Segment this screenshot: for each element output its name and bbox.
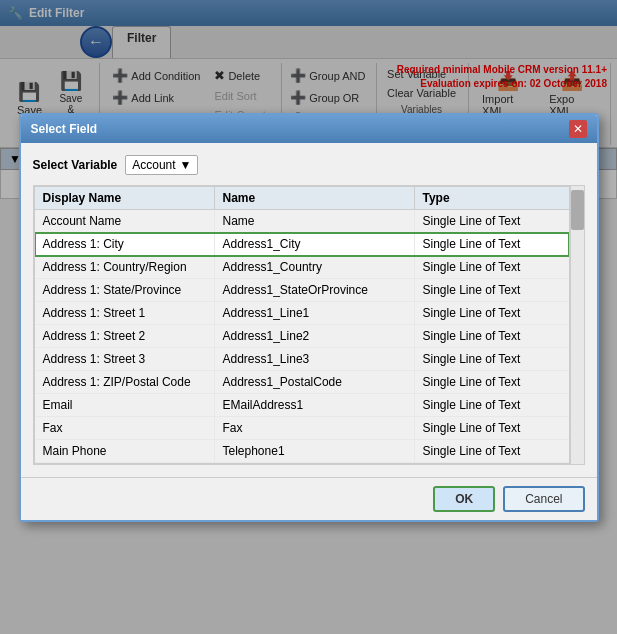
table-row[interactable]: Main Phone Telephone1 Single Line of Tex… — [35, 440, 569, 463]
ok-button[interactable]: OK — [433, 486, 495, 512]
cell-name: EMailAddress1 — [215, 394, 415, 416]
table-row[interactable]: Address 1: ZIP/Postal Code Address1_Post… — [35, 371, 569, 394]
cell-display-name: Address 1: Country/Region — [35, 256, 215, 278]
dialog-body: Select Variable Account ▼ Display Name N… — [21, 143, 597, 477]
cell-display-name: Email — [35, 394, 215, 416]
select-variable-label: Select Variable — [33, 158, 118, 172]
cell-display-name: Address 1: City — [35, 233, 215, 255]
cell-type: Single Line of Text — [415, 279, 569, 301]
scrollbar-track[interactable] — [570, 186, 584, 464]
cell-type: Single Line of Text — [415, 348, 569, 370]
cell-name: Address1_StateOrProvince — [215, 279, 415, 301]
select-variable-row: Select Variable Account ▼ — [33, 155, 585, 175]
field-table-body: Account Name Name Single Line of Text Ad… — [35, 210, 569, 463]
scrollbar-thumb[interactable] — [571, 190, 584, 230]
cell-display-name: Address 1: Street 3 — [35, 348, 215, 370]
select-field-dialog: Select Field ✕ Select Variable Account ▼… — [19, 113, 599, 522]
cancel-button[interactable]: Cancel — [503, 486, 584, 512]
cell-name: Name — [215, 210, 415, 232]
table-row[interactable]: Account Name Name Single Line of Text — [35, 210, 569, 233]
cell-display-name: Address 1: State/Province — [35, 279, 215, 301]
table-row[interactable]: Address 1: Street 1 Address1_Line1 Singl… — [35, 302, 569, 325]
col-display-name: Display Name — [35, 187, 215, 209]
table-row[interactable]: Address 1: City Address1_City Single Lin… — [35, 233, 569, 256]
cell-display-name: Fax — [35, 417, 215, 439]
dropdown-arrow-icon: ▼ — [180, 158, 192, 172]
cell-display-name: Address 1: ZIP/Postal Code — [35, 371, 215, 393]
cell-name: Telephone1 — [215, 440, 415, 462]
table-row[interactable]: Address 1: Country/Region Address1_Count… — [35, 256, 569, 279]
dialog-overlay: Select Field ✕ Select Variable Account ▼… — [0, 0, 617, 634]
cell-name: Address1_PostalCode — [215, 371, 415, 393]
cell-display-name: Address 1: Street 2 — [35, 325, 215, 347]
dialog-title: Select Field — [31, 122, 98, 136]
field-table-header: Display Name Name Type — [35, 187, 569, 210]
col-name: Name — [215, 187, 415, 209]
table-row[interactable]: Email EMailAddress1 Single Line of Text — [35, 394, 569, 417]
cell-name: Address1_Line1 — [215, 302, 415, 324]
cell-type: Single Line of Text — [415, 371, 569, 393]
cell-type: Single Line of Text — [415, 233, 569, 255]
cell-type: Single Line of Text — [415, 440, 569, 462]
cell-type: Single Line of Text — [415, 417, 569, 439]
select-variable-value: Account — [132, 158, 175, 172]
dialog-footer: OK Cancel — [21, 477, 597, 520]
table-row[interactable]: Address 1: State/Province Address1_State… — [35, 279, 569, 302]
cell-display-name: Account Name — [35, 210, 215, 232]
select-variable-dropdown[interactable]: Account ▼ — [125, 155, 198, 175]
cell-type: Single Line of Text — [415, 256, 569, 278]
cell-name: Address1_Line2 — [215, 325, 415, 347]
cell-display-name: Main Phone — [35, 440, 215, 462]
cell-name: Fax — [215, 417, 415, 439]
table-row[interactable]: Address 1: Street 3 Address1_Line3 Singl… — [35, 348, 569, 371]
table-row[interactable]: Fax Fax Single Line of Text — [35, 417, 569, 440]
cell-type: Single Line of Text — [415, 302, 569, 324]
cell-type: Single Line of Text — [415, 325, 569, 347]
cell-name: Address1_Line3 — [215, 348, 415, 370]
cell-type: Single Line of Text — [415, 394, 569, 416]
cell-name: Address1_City — [215, 233, 415, 255]
cell-type: Single Line of Text — [415, 210, 569, 232]
cell-display-name: Address 1: Street 1 — [35, 302, 215, 324]
field-table: Display Name Name Type Account Name Name… — [34, 186, 570, 464]
cell-name: Address1_Country — [215, 256, 415, 278]
dialog-title-bar: Select Field ✕ — [21, 115, 597, 143]
field-table-container: Display Name Name Type Account Name Name… — [33, 185, 585, 465]
table-row[interactable]: Address 1: Street 2 Address1_Line2 Singl… — [35, 325, 569, 348]
dialog-close-button[interactable]: ✕ — [569, 120, 587, 138]
col-type: Type — [415, 187, 569, 209]
